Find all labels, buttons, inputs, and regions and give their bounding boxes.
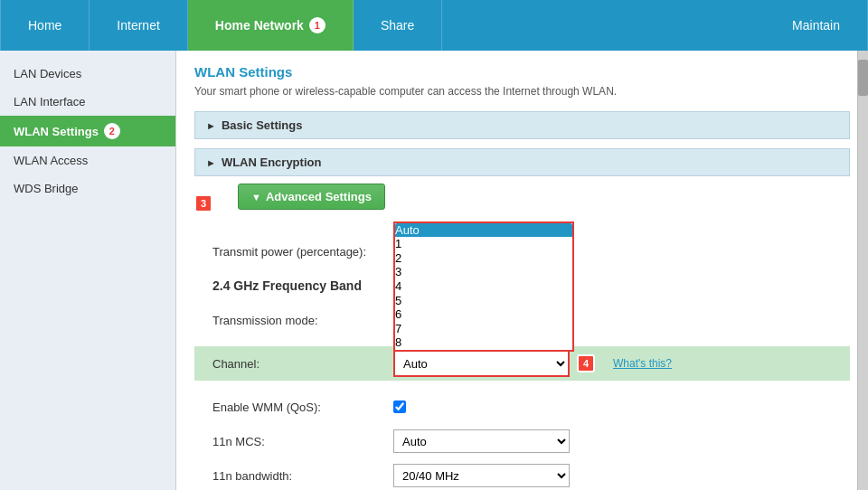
sidebar-wlan-badge: 2 bbox=[104, 123, 120, 139]
basic-settings-label: Basic Settings bbox=[222, 118, 303, 132]
bandwidth-row: 11n bandwidth: 20/40 MHz 20 MHz 40 MHz bbox=[212, 463, 832, 488]
main-layout: LAN Devices LAN Interface WLAN Settings … bbox=[0, 51, 868, 490]
badge-4: 4 bbox=[577, 354, 595, 372]
page-title: WLAN Settings bbox=[194, 64, 850, 80]
wlan-enc-arrow: ► bbox=[206, 157, 216, 168]
basic-settings-section[interactable]: ► Basic Settings bbox=[194, 111, 850, 139]
sidebar-wds-bridge[interactable]: WDS Bridge bbox=[0, 174, 175, 203]
channel-dropdown-list[interactable]: Auto 1 2 3 4 5 6 7 8 9 10 11 12 13 bbox=[395, 223, 572, 350]
channel-row: Channel: Auto 1 2 3 4 5 6 7 8 9 bbox=[194, 346, 850, 381]
nav-share-label: Share bbox=[381, 18, 414, 33]
channel-select-container: Auto 1 2 3 4 5 6 7 8 9 10 11 12 13 bbox=[393, 350, 570, 377]
wlan-enc-label: WLAN Encryption bbox=[222, 155, 322, 169]
transmit-power-label: Transmit power (percentage): bbox=[212, 245, 393, 259]
basic-settings-arrow: ► bbox=[206, 120, 216, 131]
wlan-encryption-section[interactable]: ► WLAN Encryption bbox=[194, 148, 850, 176]
mcs-row: 11n MCS: Auto bbox=[212, 429, 832, 454]
nav-home-network-label: Home Network bbox=[215, 18, 304, 33]
nav-maintain-label: Maintain bbox=[792, 18, 840, 33]
nav-home[interactable]: Home bbox=[0, 0, 90, 51]
badge-3: 3 bbox=[194, 194, 212, 212]
whats-this-link[interactable]: What's this? bbox=[613, 357, 672, 370]
channel-field-wrapper: Auto bbox=[393, 350, 570, 377]
sidebar-wlan-settings[interactable]: WLAN Settings 2 bbox=[0, 116, 175, 146]
sidebar: LAN Devices LAN Interface WLAN Settings … bbox=[0, 51, 176, 490]
advanced-settings-button[interactable]: ▼ Advanced Settings bbox=[238, 184, 385, 210]
freq-band-label: 2.4 GHz Frequency Band bbox=[212, 278, 393, 293]
transmission-mode-label: Transmission mode: bbox=[212, 314, 393, 327]
channel-label: Channel: bbox=[212, 357, 393, 371]
sidebar-lan-interface[interactable]: LAN Interface bbox=[0, 88, 175, 116]
sidebar-wlan-access[interactable]: WLAN Access bbox=[0, 146, 175, 174]
enable-wmm-label: Enable WMM (QoS): bbox=[212, 400, 393, 414]
nav-internet[interactable]: Internet bbox=[90, 0, 187, 51]
page-desc: Your smart phone or wireless-capable com… bbox=[194, 85, 850, 98]
nav-internet-label: Internet bbox=[117, 18, 159, 33]
top-nav: Home Internet Home Network 1 Share Maint… bbox=[0, 0, 868, 51]
enable-wmm-checkbox[interactable] bbox=[393, 400, 406, 413]
nav-home-network-badge: 1 bbox=[309, 17, 326, 33]
scrollbar[interactable] bbox=[857, 51, 868, 490]
bandwidth-label: 11n bandwidth: bbox=[212, 469, 393, 483]
nav-home-network[interactable]: Home Network 1 bbox=[188, 0, 354, 51]
content-area: WLAN Settings Your smart phone or wirele… bbox=[176, 51, 868, 490]
nav-home-label: Home bbox=[28, 18, 61, 33]
channel-select[interactable]: Auto bbox=[395, 352, 568, 375]
enable-wmm-row: Enable WMM (QoS): bbox=[212, 394, 832, 419]
mcs-label: 11n MCS: bbox=[212, 435, 393, 448]
form-section-2: Enable WMM (QoS): 11n MCS: Auto 11n band… bbox=[194, 390, 850, 490]
mcs-select[interactable]: Auto bbox=[393, 429, 570, 453]
nav-share[interactable]: Share bbox=[354, 0, 442, 51]
bandwidth-select[interactable]: 20/40 MHz 20 MHz 40 MHz bbox=[393, 464, 570, 487]
channel-dropdown-open[interactable]: Auto 1 2 3 4 5 6 7 8 9 10 11 12 13 bbox=[393, 221, 574, 352]
nav-maintain[interactable]: Maintain bbox=[765, 0, 868, 51]
scrollbar-thumb[interactable] bbox=[858, 60, 868, 96]
sidebar-lan-devices[interactable]: LAN Devices bbox=[0, 60, 175, 88]
